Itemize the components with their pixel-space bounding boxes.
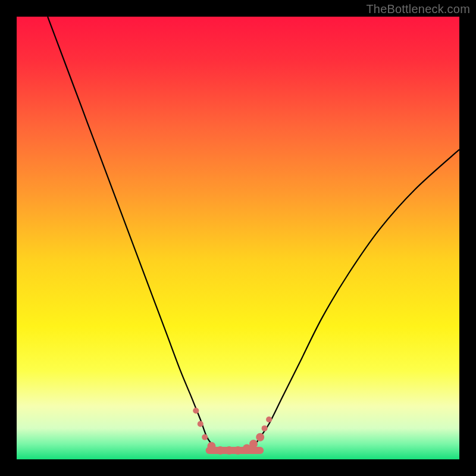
valley-marker <box>198 421 203 427</box>
valley-marker <box>266 416 272 422</box>
valley-marker <box>202 434 208 440</box>
valley-marker <box>262 425 268 431</box>
valley-marker <box>207 442 215 450</box>
valley-marker <box>193 408 199 414</box>
valley-marker <box>249 440 258 448</box>
bottleneck-curve <box>48 17 459 451</box>
plot-area <box>17 17 459 459</box>
valley-marker <box>216 446 224 455</box>
watermark-text: TheBottleneck.com <box>366 2 470 16</box>
valley-marker <box>225 446 233 455</box>
valley-marker <box>234 446 242 455</box>
chart-frame: TheBottleneck.com <box>0 0 476 476</box>
valley-marker <box>256 433 264 441</box>
curve-layer <box>17 17 459 459</box>
